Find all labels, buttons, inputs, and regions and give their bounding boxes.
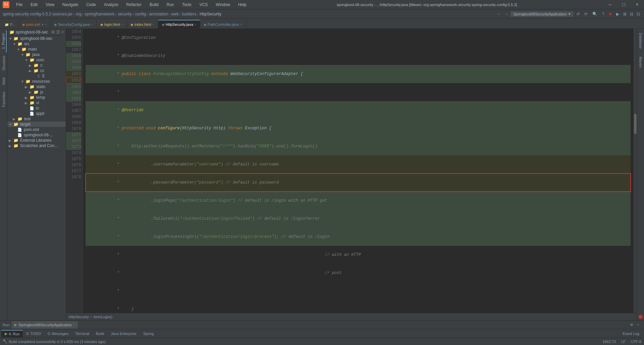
tree-item-appli[interactable]: 📄 appli [7,111,66,116]
bc-security[interactable]: security [118,12,131,16]
bc-builders[interactable]: builders [182,12,196,16]
menu-view[interactable]: View [44,2,56,8]
code-line-1869: * } [86,300,631,313]
tab-4-run[interactable]: ▶ 4: Run [1,330,23,337]
menu-code[interactable]: Code [85,2,97,8]
minimize-button[interactable]: — [606,1,614,8]
tree-item-test[interactable]: ▶ 📁 test [7,116,66,122]
nav-back-icon[interactable]: ← [496,11,502,17]
vtab-favorites[interactable]: Favorites [1,88,6,110]
bc-httpsecurity[interactable]: HttpSecurity [200,12,221,16]
tab-pom-close[interactable]: × [45,23,47,26]
tree-item-java[interactable]: ▼ 📁 java [7,52,66,57]
close-button[interactable]: × [633,1,641,8]
vertical-scrollbar[interactable] [633,29,637,313]
tree-item-scratches[interactable]: ▶ 📁 Scratches and Con... [7,143,66,148]
stop-icon[interactable]: ■ [607,11,613,17]
tree-item-in[interactable]: 📄 in [7,106,66,111]
tab-pathcontroller[interactable]: ◈ PathController.java × [200,20,246,28]
tree-item-pom[interactable]: 📄 pom.xml [7,127,66,132]
tab-project[interactable]: 📁 P... [1,20,19,28]
vtab-maven[interactable]: Maven [638,54,643,70]
panel1-icon[interactable]: ⊞ [622,11,628,17]
menu-analyze[interactable]: Analyze [103,2,120,8]
tree-item-s[interactable]: C S [7,73,66,79]
search-toolbar-icon[interactable]: 🔍 [590,11,599,17]
tab-security-config-label: SecurityConfig.java [58,22,90,26]
maximize-button[interactable]: □ [620,1,628,8]
vtab-database[interactable]: Database [638,30,643,51]
menu-help[interactable]: Help [237,2,248,8]
bc-sep5: ▸ [147,12,149,16]
tab-httpsecurity[interactable]: ◈ HttpSecurity.java × [158,20,200,28]
panel2-icon[interactable]: ⊟ [629,11,635,17]
run-config-selector[interactable]: Springboot08SecurityApplication ▼ [511,11,574,17]
nav-forward-icon[interactable]: → [503,11,510,17]
bc-annotation[interactable]: annotation [149,12,168,16]
code-content-area[interactable]: * @Configuration * @EnableWebSecurity * … [83,29,633,313]
tree-collapse-icon[interactable]: ☰ [56,30,60,34]
tree-item-src[interactable]: ▼ 📁 src [7,41,66,47]
vtab-web[interactable]: Web [1,74,6,88]
vtab-project[interactable]: 1: Project [1,30,7,52]
menu-vcs[interactable]: VCS [198,2,209,8]
tree-item-main[interactable]: ▼ 📁 main [7,47,66,52]
bc-springframework[interactable]: springframework [85,12,115,16]
menu-build[interactable]: Build [148,2,160,8]
tab-httpsecurity-close[interactable]: × [195,23,197,26]
tree-settings-icon[interactable]: ⚙ [51,30,55,34]
tree-item-target[interactable]: ▼ 📁 target [7,122,66,127]
tab-security-config-close[interactable]: × [91,23,93,26]
run-config-tab[interactable]: ▶ Springboot08SecurityApplication × [12,321,78,329]
tree-item-c1[interactable]: ▶ 📁 c: [7,63,66,68]
run-icon[interactable]: ▶ [614,11,621,17]
tab-pathcontroller-close[interactable]: × [240,23,242,26]
tab-spring[interactable]: Spring [140,330,157,337]
tree-item-springboot08[interactable]: 📄 springboot-08-... [7,132,66,138]
tab-pom[interactable]: ◈ pom.xml ● × [19,20,51,28]
menu-tools[interactable]: Tools [181,2,193,8]
bc-jar[interactable]: spring-security-config-5.5.2-sources.jar [3,12,72,16]
editor-bc-formlogin[interactable]: formLogin() [94,315,112,319]
tab-terminal[interactable]: Terminal [72,330,93,337]
menu-run[interactable]: Run [165,2,175,8]
menu-file[interactable]: File [15,2,24,8]
tree-item-external[interactable]: ▶ 📁 External Libraries [7,138,66,143]
minimize-bottom-icon[interactable]: — [635,322,641,328]
panel3-icon[interactable]: ⊡ [635,11,641,17]
tree-item-root[interactable]: ▼ 📁 springboot-08-sec [7,36,66,41]
tab-0-messages[interactable]: 0: Messages [44,330,72,337]
editor-bc-httpsecurity[interactable]: HttpSecurity [69,315,89,319]
sync-icon[interactable]: ⟳ [582,11,590,17]
tree-item-com[interactable]: ▼ 📁 com. [7,57,66,63]
tree-item-resources[interactable]: ▼ 📁 resources [7,79,66,84]
bc-web[interactable]: web [171,12,179,16]
menu-refactor[interactable]: Refactor [125,2,143,8]
run-app-close[interactable]: × [73,323,75,327]
tab-login-html[interactable]: ◈ login.html × [97,20,127,28]
tab-index-html-close[interactable]: × [153,23,155,26]
tree-item-static[interactable]: ▶ 📁 static [7,84,66,89]
tree-item-js[interactable]: ▶ 📁 js [7,89,66,95]
tab-java-enterprise[interactable]: Java Enterprise [107,330,140,337]
settings-bottom-icon[interactable]: ⚙ [629,322,635,328]
tab-index-html[interactable]: ◈ index.html × [127,20,158,28]
help-icon[interactable]: ? [600,11,606,17]
tree-item-cc[interactable]: ▶ 📁 cc [7,68,66,73]
bc-config[interactable]: config [135,12,146,16]
tree-close-icon[interactable]: × [61,30,64,34]
menu-edit[interactable]: Edit [29,2,39,8]
tree-item-vi[interactable]: ▶ 📁 vi [7,100,66,106]
tab-security-config[interactable]: ◈ SecurityConfig.java × [51,20,97,28]
vtab-structure[interactable]: Structure [1,52,6,74]
menu-window[interactable]: Window [214,2,231,8]
scroll-thumb[interactable] [634,114,637,134]
tab-login-html-close[interactable]: × [121,23,123,26]
tree-item-templates[interactable]: ▶ 📁 temp [7,95,66,100]
bc-org[interactable]: org [75,12,81,16]
tab-6-todo[interactable]: 6: TODO [23,330,44,337]
refresh-icon[interactable]: ↺ [574,11,582,17]
tab-build[interactable]: Build [93,330,107,337]
menu-navigate[interactable]: Navigate [61,2,79,8]
event-log-button[interactable]: Event Log [619,330,643,337]
